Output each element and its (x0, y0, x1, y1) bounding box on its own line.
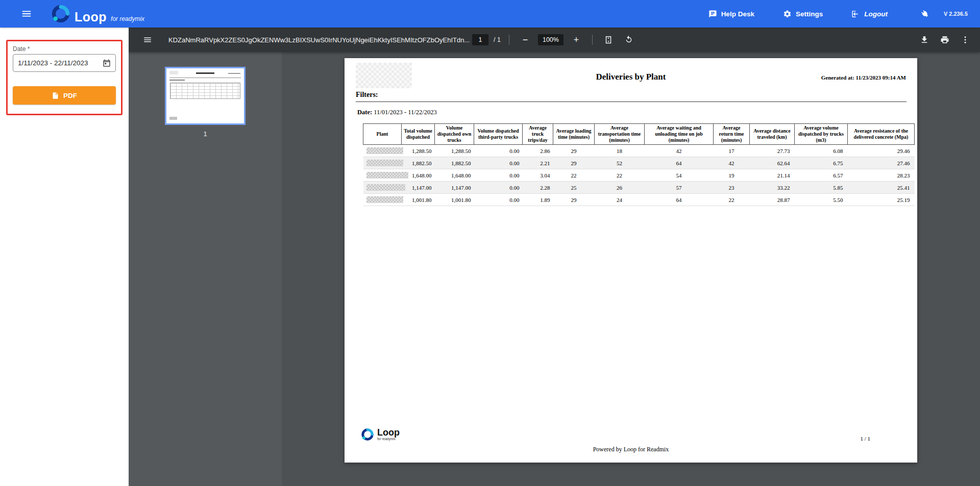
brand-tagline: for readymix (111, 15, 144, 23)
date-field-label: Date * (13, 45, 116, 53)
table-cell: 25 (553, 182, 595, 194)
pdf-scroll-area[interactable]: Deliveries by Plant Generated at: 11/23/… (282, 52, 980, 486)
redacted-plant-name (366, 160, 403, 166)
page-thumbnail[interactable] (165, 67, 246, 125)
download-icon[interactable] (917, 32, 932, 47)
table-cell: 2.28 (523, 182, 553, 194)
pdf-toolbar: KDZaNmRaRVpkX2ZES0JgOkZENWw3LzBIXSUwS0Ir… (129, 28, 980, 52)
table-cell: 64 (645, 157, 714, 169)
help-desk-button[interactable]: Help Desk (708, 10, 754, 18)
table-row: 1,288.501,288.500.002.862918421727.736.0… (363, 145, 915, 157)
table-cell: 29 (553, 194, 595, 206)
settings-label: Settings (796, 10, 823, 18)
zoom-level: 100% (538, 34, 564, 45)
table-row: 1,882.501,882.500.002.212952644262.646.7… (363, 157, 915, 169)
thumb-date (169, 80, 185, 81)
table-row: 1,001.801,001.800.001.892924642228.875.5… (363, 194, 915, 206)
toolbar-divider (592, 35, 593, 45)
pdf-viewer-body: 1 Deliveries by Plant Generated at: 11/2… (129, 52, 980, 486)
version-label: V 2.236.5 (944, 11, 968, 17)
gear-icon (783, 10, 792, 18)
sidebar-toggle-icon[interactable] (140, 32, 155, 47)
menu-icon[interactable] (17, 5, 36, 23)
page-number-input[interactable] (472, 34, 488, 45)
table-cell: 3.04 (523, 169, 553, 182)
column-header: Average volume dispatched by trucks (m3) (795, 124, 848, 145)
column-header: Average truck trips/day (523, 124, 553, 145)
column-header: Average return time (minutes) (714, 124, 750, 145)
date-range-input[interactable]: 1/11/2023 - 22/11/2023 (13, 54, 116, 72)
loop-logo-icon (361, 428, 374, 441)
thumb-footer (169, 117, 177, 120)
table-cell: 0.00 (474, 194, 523, 206)
logout-button[interactable]: Logout (851, 10, 888, 18)
thumb-logo (169, 71, 178, 74)
date-filter: Date: 11/01/2023 - 11/22/2023 (357, 109, 437, 116)
table-cell: 19 (714, 169, 750, 182)
table-cell: 1,648.00 (435, 169, 474, 182)
redacted-plant-name (366, 196, 403, 203)
table-cell: 18 (595, 145, 645, 157)
table-cell: 29.46 (848, 145, 915, 157)
plant-cell (363, 194, 402, 206)
pdf-page: Deliveries by Plant Generated at: 11/23/… (345, 58, 917, 463)
zoom-in-button[interactable]: + (569, 32, 584, 47)
loop-logo-icon (51, 4, 70, 23)
footer-brand-tagline: for readymix (377, 438, 400, 441)
pdf-viewer: KDZaNmRaRVpkX2ZES0JgOkZENWw3LzBIXSUwS0Ir… (129, 28, 980, 486)
table-cell: 23 (714, 182, 750, 194)
column-header: Average loading time (minutes) (553, 124, 595, 145)
table-cell: 28.87 (750, 194, 795, 206)
redacted-plant-name (366, 147, 403, 154)
table-cell: 2.86 (523, 145, 553, 157)
table-cell: 57 (645, 182, 714, 194)
pdf-export-button[interactable]: PDF (13, 86, 116, 105)
rotate-icon[interactable] (621, 32, 636, 47)
help-desk-label: Help Desk (721, 10, 754, 18)
generated-at: Generated at: 11/23/2023 09:14 AM (821, 74, 906, 81)
column-header: Average waiting and unloading time on jo… (645, 124, 714, 145)
settings-button[interactable]: Settings (783, 10, 823, 18)
table-cell: 22 (553, 169, 595, 182)
table-cell: 1,001.80 (402, 194, 435, 206)
plant-cell (363, 157, 402, 169)
fit-to-page-icon[interactable] (601, 32, 616, 47)
plug-icon[interactable] (920, 9, 929, 18)
calendar-icon[interactable] (101, 58, 112, 69)
zoom-out-button[interactable]: − (518, 32, 533, 47)
sidebar: Date * 1/11/2023 - 22/11/2023 PDF (0, 28, 129, 486)
plant-cell (363, 145, 402, 157)
column-header: Volume dispatched third-party trucks (474, 124, 523, 145)
document-title: KDZaNmRaRVpkX2ZES0JgOkZENWw3LzBIXSUwS0Ir… (168, 36, 470, 44)
thumbnail-panel: 1 (129, 52, 282, 486)
date-filter-label: Date: (357, 109, 372, 116)
table-cell: 25.41 (848, 182, 915, 194)
table-cell: 29 (553, 145, 595, 157)
topbar-actions: Help Desk Settings Logout V 2.236.5 (680, 9, 968, 18)
column-header: Average transportation time (minutes) (595, 124, 645, 145)
logout-label: Logout (864, 10, 888, 18)
table-cell: 42 (645, 145, 714, 157)
table-cell: 0.00 (474, 145, 523, 157)
plant-cell (363, 182, 402, 194)
help-desk-icon (708, 10, 717, 18)
table-cell: 64 (645, 194, 714, 206)
thumb-table (170, 83, 240, 99)
pdf-file-icon (52, 92, 59, 99)
table-cell: 29 (553, 157, 595, 169)
logout-icon (851, 10, 860, 18)
table-cell: 24 (595, 194, 645, 206)
table-cell: 1,147.00 (435, 182, 474, 194)
table-row: 1,648.001,648.000.003.042222541921.146.5… (363, 169, 915, 182)
table-cell: 27.46 (848, 157, 915, 169)
date-range-value: 1/11/2023 - 22/11/2023 (18, 59, 101, 67)
more-options-icon[interactable] (958, 32, 973, 47)
table-cell: 5.85 (795, 182, 848, 194)
footer-powered-by: Powered by Loop for Readmix (345, 446, 917, 453)
print-icon[interactable] (937, 32, 952, 47)
redacted-plant-name (366, 184, 405, 191)
table-cell: 0.00 (474, 169, 523, 182)
table-cell: 6.57 (795, 169, 848, 182)
top-navigation-bar: Loop for readymix Help Desk Settings Log… (0, 0, 980, 28)
table-cell: 21.14 (750, 169, 795, 182)
